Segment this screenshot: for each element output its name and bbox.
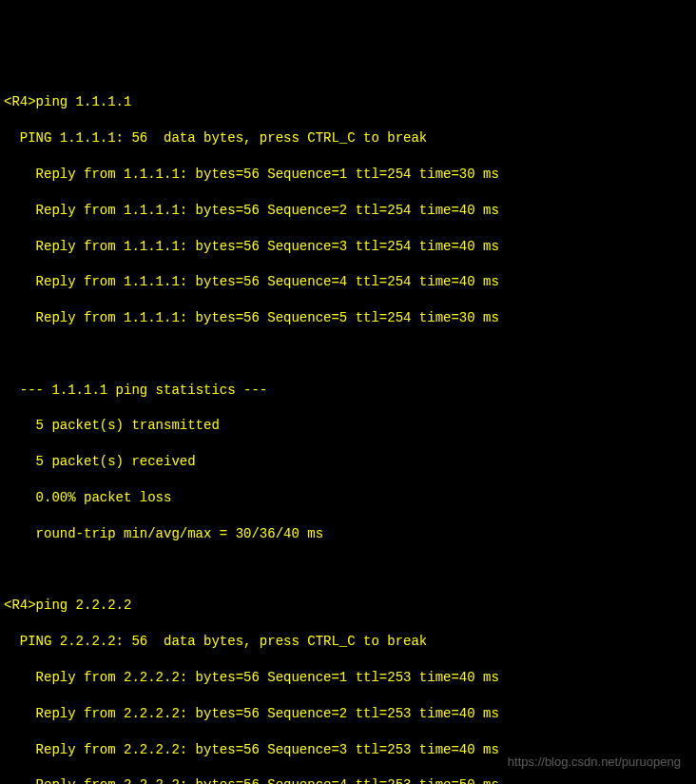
ping-reply: Reply from 1.1.1.1: bytes=56 Sequence=2 … [4, 202, 692, 220]
blank-line [4, 345, 692, 363]
command: ping 2.2.2.2 [36, 598, 132, 613]
stats-received: 5 packet(s) received [4, 453, 692, 471]
ping-reply: Reply from 1.1.1.1: bytes=56 Sequence=5 … [4, 309, 692, 327]
prompt-line: <R4>ping 2.2.2.2 [4, 597, 692, 615]
stats-transmitted: 5 packet(s) transmitted [4, 417, 692, 435]
ping-reply: Reply from 2.2.2.2: bytes=56 Sequence=2 … [4, 705, 692, 723]
ping-header: PING 2.2.2.2: 56 data bytes, press CTRL_… [4, 633, 692, 651]
terminal-output[interactable]: <R4>ping 1.1.1.1 PING 1.1.1.1: 56 data b… [4, 76, 692, 784]
ping-header: PING 1.1.1.1: 56 data bytes, press CTRL_… [4, 129, 692, 147]
ping-reply: Reply from 2.2.2.2: bytes=56 Sequence=1 … [4, 669, 692, 687]
blank-line [4, 561, 692, 579]
command: ping 1.1.1.1 [36, 94, 132, 109]
stats-header: --- 1.1.1.1 ping statistics --- [4, 382, 692, 400]
prompt: <R4> [4, 94, 36, 109]
watermark: https://blog.csdn.net/puruopeng [508, 754, 681, 771]
ping-reply: Reply from 1.1.1.1: bytes=56 Sequence=4 … [4, 273, 692, 291]
ping-reply: Reply from 1.1.1.1: bytes=56 Sequence=3 … [4, 238, 692, 256]
stats-loss: 0.00% packet loss [4, 489, 692, 507]
ping-reply: Reply from 2.2.2.2: bytes=56 Sequence=4 … [4, 776, 692, 784]
stats-roundtrip: round-trip min/avg/max = 30/36/40 ms [4, 525, 692, 543]
ping-reply: Reply from 1.1.1.1: bytes=56 Sequence=1 … [4, 166, 692, 184]
prompt: <R4> [4, 598, 36, 613]
prompt-line: <R4>ping 1.1.1.1 [4, 93, 692, 111]
